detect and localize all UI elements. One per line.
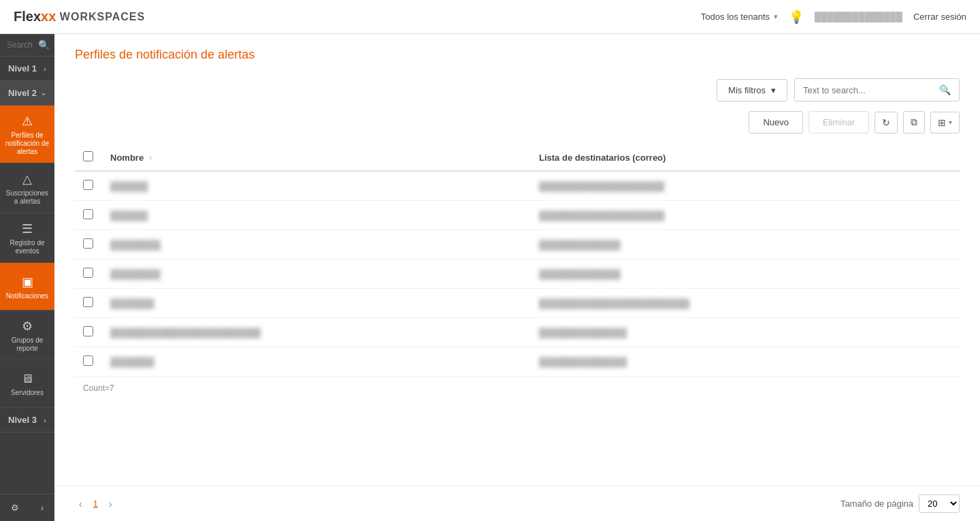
- content-inner: Perfiles de notificación de alertas Mis …: [54, 34, 980, 486]
- col-nombre-label: Nombre: [110, 153, 144, 163]
- logout-button[interactable]: Cerrar sesión: [913, 12, 966, 22]
- sidebar-item-nivel3[interactable]: Nivel 3 ›: [0, 408, 54, 432]
- copy-button[interactable]: ⧉: [903, 111, 925, 133]
- page-title: Perfiles de notificación de alertas: [75, 48, 960, 62]
- row-checkbox-cell: [75, 347, 102, 377]
- sidebar-item-grupos[interactable]: ⚙ Grupos de reporte: [0, 311, 54, 360]
- sidebar-bottom-arrow-icon: ›: [41, 503, 44, 513]
- tenant-label: Todos los tenants: [701, 12, 770, 22]
- table-row: ██████████████████████████: [75, 171, 960, 201]
- registro-icon: ☰: [22, 221, 33, 236]
- row-checkbox[interactable]: [83, 180, 93, 190]
- sidebar-search-container: 🔍: [0, 34, 54, 57]
- search-input-main[interactable]: [795, 80, 931, 101]
- eliminar-button[interactable]: Eliminar: [808, 111, 869, 133]
- logo-flex-text: Flex: [14, 9, 41, 25]
- registro-label: Registro de eventos: [4, 239, 50, 255]
- row-checkbox-cell: [75, 230, 102, 259]
- mis-filtros-label: Mis filtros: [728, 85, 766, 95]
- row-checkbox[interactable]: [83, 356, 93, 366]
- filter-dropdown-arrow-icon: ▾: [771, 85, 776, 95]
- row-email: ██████████████: [531, 318, 960, 347]
- search-input[interactable]: [7, 40, 34, 50]
- refresh-icon: ↻: [882, 117, 890, 128]
- sidebar-item-nivel2[interactable]: Nivel 2 ⌄: [0, 81, 54, 106]
- header-checkbox-cell: [75, 144, 102, 171]
- notificaciones-icon: ▣: [22, 274, 33, 289]
- col-destinatarios-label: Lista de destinatarios (correo): [539, 153, 666, 163]
- row-name: ███████: [102, 347, 531, 377]
- sidebar: 🔍 Nivel 1 › Nivel 2 ⌄ ⚠ Perfiles de noti…: [0, 34, 54, 521]
- prev-page-button[interactable]: ‹: [75, 497, 86, 511]
- nivel3-arrow-icon: ›: [44, 416, 46, 424]
- row-name: ██████: [102, 201, 531, 230]
- sidebar-item-servidores[interactable]: 🖥 Servidores: [0, 360, 54, 408]
- tenant-selector[interactable]: Todos los tenants ▾: [701, 12, 778, 22]
- table-row: ███████████████████████████████: [75, 289, 960, 318]
- count-text: Count=7: [75, 383, 960, 393]
- gear-icon: ⚙: [11, 503, 19, 513]
- main-content: Perfiles de notificación de alertas Mis …: [54, 34, 980, 521]
- user-name: ██████████████: [815, 12, 902, 22]
- logo-xx-text: xx: [41, 9, 56, 25]
- row-name: ████████: [102, 259, 531, 289]
- sort-icon[interactable]: ↑: [149, 155, 152, 162]
- perfiles-icon: ⚠: [22, 114, 33, 129]
- data-table: Nombre ↑ Lista de destinatarios (correo)…: [75, 144, 960, 377]
- row-checkbox-cell: [75, 201, 102, 230]
- current-page-number[interactable]: 1: [93, 499, 98, 509]
- logo-workspaces-text: WORKSPACES: [60, 11, 145, 23]
- bulb-icon[interactable]: 💡: [789, 10, 804, 25]
- row-checkbox[interactable]: [83, 268, 93, 278]
- app-logo: Flexxx WORKSPACES: [14, 9, 145, 25]
- next-page-button[interactable]: ›: [105, 497, 116, 511]
- servidores-icon: 🖥: [21, 372, 33, 386]
- settings-gear-button[interactable]: ⚙ ›: [0, 494, 54, 521]
- sidebar-item-registro[interactable]: ☰ Registro de eventos: [0, 213, 54, 263]
- export-icon: ⊞: [938, 117, 946, 128]
- pagination-controls: ‹ 1 ›: [75, 497, 116, 511]
- page-size-select[interactable]: 10 20 50 100: [919, 494, 960, 513]
- nivel1-label: Nivel 1: [8, 63, 37, 74]
- table-header-row: Nombre ↑ Lista de destinatarios (correo): [75, 144, 960, 171]
- search-box-icon[interactable]: 🔍: [931, 79, 959, 101]
- row-checkbox[interactable]: [83, 238, 93, 249]
- export-button[interactable]: ⊞ ▾: [930, 112, 960, 133]
- row-email: ████████████████████████: [531, 289, 960, 318]
- row-checkbox[interactable]: [83, 326, 93, 336]
- page-size-control: Tamaño de página 10 20 50 100: [840, 494, 960, 513]
- row-checkbox-cell: [75, 171, 102, 201]
- row-email: █████████████: [531, 259, 960, 289]
- filter-toolbar: Mis filtros ▾ 🔍: [75, 78, 960, 101]
- sidebar-item-perfiles[interactable]: ⚠ Perfiles de notificación de alertas: [0, 106, 54, 163]
- nivel2-arrow-icon: ⌄: [40, 89, 46, 97]
- nivel2-label: Nivel 2: [8, 88, 37, 98]
- row-checkbox[interactable]: [83, 209, 93, 219]
- search-icon[interactable]: 🔍: [38, 40, 50, 50]
- suscripciones-label: Suscripciones a alertas: [4, 189, 50, 206]
- sidebar-item-nivel1[interactable]: Nivel 1 ›: [0, 57, 54, 81]
- grupos-label: Grupos de reporte: [4, 336, 50, 353]
- nuevo-button[interactable]: Nuevo: [749, 111, 803, 133]
- row-checkbox-cell: [75, 259, 102, 289]
- search-box: 🔍: [794, 78, 960, 101]
- grupos-icon: ⚙: [22, 319, 33, 334]
- row-email: █████████████: [531, 230, 960, 259]
- table-row: ██████████████████████████████████████: [75, 318, 960, 347]
- row-name: ███████: [102, 289, 531, 318]
- table-row: █████████████████████: [75, 259, 960, 289]
- sidebar-item-suscripciones[interactable]: △ Suscripciones a alertas: [0, 163, 54, 213]
- header-right: Todos los tenants ▾ 💡 ██████████████ Cer…: [701, 10, 966, 25]
- servidores-label: Servidores: [11, 389, 44, 397]
- pagination-bar: ‹ 1 › Tamaño de página 10 20 50 100: [54, 486, 980, 521]
- row-name: ████████████████████████: [102, 318, 531, 347]
- refresh-button[interactable]: ↻: [875, 112, 898, 133]
- sidebar-item-notificaciones[interactable]: ▣ Notificaciones: [0, 263, 54, 311]
- row-checkbox-cell: [75, 289, 102, 318]
- row-name: ██████: [102, 171, 531, 201]
- row-checkbox[interactable]: [83, 297, 93, 307]
- row-email: ████████████████████: [531, 171, 960, 201]
- main-layout: 🔍 Nivel 1 › Nivel 2 ⌄ ⚠ Perfiles de noti…: [0, 34, 980, 521]
- select-all-checkbox[interactable]: [83, 151, 93, 161]
- mis-filtros-button[interactable]: Mis filtros ▾: [717, 79, 787, 101]
